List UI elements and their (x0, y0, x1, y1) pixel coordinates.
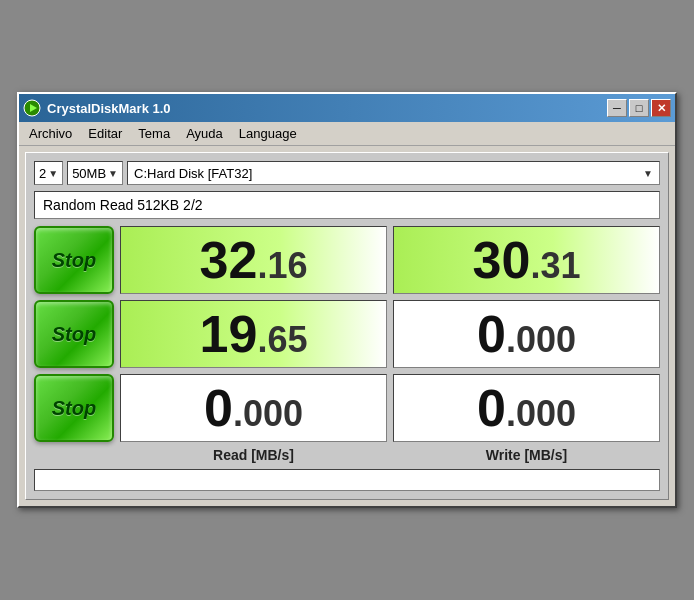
status-text: Random Read 512KB 2/2 (43, 197, 203, 213)
menu-archivo[interactable]: Archivo (23, 124, 78, 143)
write-value-1: 30.31 (393, 226, 660, 294)
menu-language[interactable]: Language (233, 124, 303, 143)
read-dec-3: .000 (233, 393, 303, 434)
menu-tema[interactable]: Tema (132, 124, 176, 143)
window-title: CrystalDiskMark 1.0 (47, 101, 607, 116)
title-bar: CrystalDiskMark 1.0 ─ □ ✕ (19, 94, 675, 122)
main-content: 2 ▼ 50MB ▼ C:Hard Disk [FAT32] ▼ Random … (25, 152, 669, 500)
window-controls: ─ □ ✕ (607, 99, 671, 117)
bench-row-2: Stop 19.65 0.000 (34, 299, 660, 369)
maximize-button[interactable]: □ (629, 99, 649, 117)
write-int-3: 0 (477, 379, 506, 437)
size-arrow: ▼ (108, 168, 118, 179)
read-dec-2: .65 (257, 319, 307, 360)
write-dec-1: .31 (530, 245, 580, 286)
app-icon (23, 99, 41, 117)
write-dec-3: .000 (506, 393, 576, 434)
controls-row: 2 ▼ 50MB ▼ C:Hard Disk [FAT32] ▼ (34, 161, 660, 185)
minimize-button[interactable]: ─ (607, 99, 627, 117)
write-int-1: 30 (473, 231, 531, 289)
disk-value: C:Hard Disk [FAT32] (134, 166, 252, 181)
read-int-1: 32 (200, 231, 258, 289)
read-label: Read [MB/s] (120, 447, 387, 463)
write-dec-2: .000 (506, 319, 576, 360)
size-value: 50MB (72, 166, 106, 181)
stop-button-1[interactable]: Stop (34, 226, 114, 294)
write-int-2: 0 (477, 305, 506, 363)
read-value-1: 32.16 (120, 226, 387, 294)
read-dec-1: .16 (257, 245, 307, 286)
stop-button-3[interactable]: Stop (34, 374, 114, 442)
count-dropdown[interactable]: 2 ▼ (34, 161, 63, 185)
menu-bar: Archivo Editar Tema Ayuda Language (19, 122, 675, 146)
read-int-2: 19 (200, 305, 258, 363)
column-labels: Read [MB/s] Write [MB/s] (34, 447, 660, 463)
write-value-2: 0.000 (393, 300, 660, 368)
read-value-2: 19.65 (120, 300, 387, 368)
menu-editar[interactable]: Editar (82, 124, 128, 143)
menu-ayuda[interactable]: Ayuda (180, 124, 229, 143)
disk-arrow: ▼ (643, 168, 653, 179)
count-arrow: ▼ (48, 168, 58, 179)
count-value: 2 (39, 166, 46, 181)
bench-row-3: Stop 0.000 0.000 (34, 373, 660, 443)
write-value-3: 0.000 (393, 374, 660, 442)
disk-dropdown[interactable]: C:Hard Disk [FAT32] ▼ (127, 161, 660, 185)
main-window: CrystalDiskMark 1.0 ─ □ ✕ Archivo Editar… (17, 92, 677, 508)
write-label: Write [MB/s] (393, 447, 660, 463)
bench-row-1: Stop 32.16 30.31 (34, 225, 660, 295)
status-row: Random Read 512KB 2/2 (34, 191, 660, 219)
status-bar (34, 469, 660, 491)
size-dropdown[interactable]: 50MB ▼ (67, 161, 123, 185)
read-int-3: 0 (204, 379, 233, 437)
stop-button-2[interactable]: Stop (34, 300, 114, 368)
read-value-3: 0.000 (120, 374, 387, 442)
benchmark-grid: Stop 32.16 30.31 Stop (34, 225, 660, 443)
close-button[interactable]: ✕ (651, 99, 671, 117)
